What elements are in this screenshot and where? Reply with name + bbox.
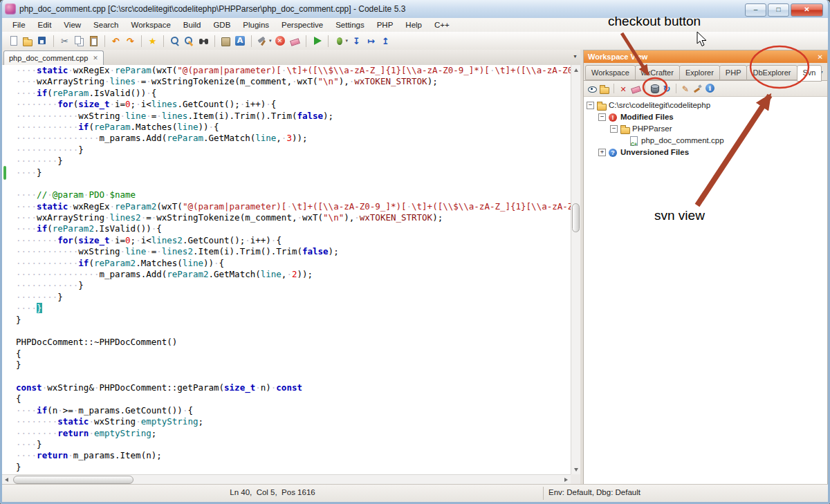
menu-file[interactable]: File	[6, 19, 32, 30]
refresh-button[interactable]	[661, 83, 673, 94]
vertical-scroll-thumb[interactable]	[572, 203, 580, 232]
collapse-icon[interactable]: −	[598, 113, 606, 121]
collapse-icon[interactable]: −	[610, 125, 618, 133]
tree-item[interactable]: +Unversioned Files	[584, 147, 827, 158]
tree-item[interactable]: php_doc_comment.cpp	[584, 135, 827, 147]
step-into-button[interactable]	[349, 33, 364, 48]
code-line: ····return·m_params.Item(n);	[2, 450, 571, 461]
checkout-button[interactable]	[648, 83, 661, 94]
menu-gdb[interactable]: GDB	[207, 19, 237, 30]
horizontal-scrollbar[interactable]	[2, 474, 571, 485]
scroll-right-button[interactable]	[561, 475, 571, 485]
menu-help[interactable]: Help	[399, 19, 428, 30]
bookmark-button[interactable]	[145, 33, 160, 48]
copy-button[interactable]	[72, 33, 86, 48]
code-line	[2, 178, 571, 189]
tab-php[interactable]: PHP	[719, 65, 748, 80]
code-line: ····static·wxRegEx·reParam2(wxT("@(param…	[2, 201, 571, 212]
cut-icon	[59, 35, 71, 47]
debug-button[interactable]: ▾	[332, 33, 350, 48]
tab-workspace[interactable]: Workspace	[585, 65, 636, 80]
paste-button[interactable]	[86, 33, 101, 48]
close-button[interactable]: ✕	[791, 3, 823, 17]
scroll-left-button[interactable]	[2, 475, 12, 485]
run-button[interactable]	[310, 33, 324, 48]
find-in-files-button[interactable]	[196, 33, 211, 48]
menu-php[interactable]: PHP	[371, 19, 400, 30]
tree-item[interactable]: −Modified Files	[584, 111, 827, 123]
scroll-up-button[interactable]	[571, 65, 581, 75]
clean-button[interactable]	[288, 33, 302, 48]
side-tab-bar: WorkspacewxCrafterExplorerPHPDbExplorerS…	[584, 63, 827, 81]
code-area[interactable]: ····static·wxRegEx·reParam(wxT("@(param|…	[2, 65, 571, 474]
tab-wxcrafter[interactable]: wxCrafter	[635, 65, 680, 80]
highlight-word-button[interactable]	[233, 33, 248, 48]
vertical-scrollbar[interactable]	[571, 65, 580, 474]
toolbar-separator	[328, 35, 329, 47]
title-bar[interactable]: php_doc_comment.cpp [C:\src\codelitegit\…	[0, 0, 830, 19]
code-line: }	[2, 360, 571, 371]
menu-workspace[interactable]: Workspace	[125, 19, 177, 30]
workspace-view-header[interactable]: Workspace View ✕	[584, 50, 827, 63]
find-replace-button[interactable]	[182, 33, 196, 48]
select-root-folder-button[interactable]	[598, 83, 611, 94]
code-line: ········}	[2, 292, 571, 303]
code-line	[2, 326, 571, 337]
commit-button[interactable]	[679, 83, 692, 94]
save-file-button[interactable]	[35, 33, 50, 48]
stop-build-button[interactable]	[273, 33, 288, 48]
tab-list-dropdown-icon[interactable]: ▼	[573, 54, 578, 59]
horizontal-scroll-thumb[interactable]	[13, 476, 133, 484]
open-file-button[interactable]	[21, 33, 35, 48]
tree-item[interactable]: −C:\src\codelitegit\codelitephp	[584, 100, 827, 111]
scrollbar-corner	[571, 474, 580, 485]
menu-settings[interactable]: Settings	[329, 19, 371, 30]
cut-button[interactable]	[57, 33, 72, 48]
redo-icon	[124, 35, 136, 47]
svn-info-button[interactable]	[704, 83, 717, 94]
collapse-icon[interactable]: −	[587, 102, 594, 109]
build-button[interactable]: ▾	[255, 33, 273, 48]
menu-search[interactable]: Search	[87, 19, 124, 30]
code-line: ········for(size_t·i=0;·i<lines.GetCount…	[2, 99, 571, 110]
revert-button[interactable]	[629, 83, 642, 94]
menu-view[interactable]: View	[57, 19, 87, 30]
save-file-icon	[37, 35, 48, 47]
tree-item[interactable]: −PHPParser	[584, 123, 827, 135]
step-out-button[interactable]	[378, 33, 393, 48]
menu-edit[interactable]: Edit	[32, 19, 58, 30]
code-line: {	[2, 393, 571, 404]
code-line: ····//·@param·PDO·$name	[2, 189, 571, 200]
dropdown-caret-icon: ▾	[269, 38, 272, 44]
tab-dbexplorer[interactable]: DbExplorer	[746, 65, 797, 80]
open-resource-button[interactable]	[219, 33, 233, 48]
next-step-button[interactable]	[364, 33, 378, 48]
menu-plugins[interactable]: Plugins	[237, 19, 275, 30]
code-line: ················m_params.Add(reParam2.Ge…	[2, 269, 571, 280]
find-button[interactable]	[167, 33, 182, 48]
minimize-button[interactable]: –	[745, 3, 766, 17]
tab-close-icon[interactable]: ✕	[93, 55, 98, 62]
scroll-down-button[interactable]	[571, 465, 581, 474]
maximize-button[interactable]: □	[768, 3, 789, 17]
tab-explorer[interactable]: Explorer	[679, 65, 720, 80]
menu-c[interactable]: C++	[428, 19, 456, 30]
menu-perspective[interactable]: Perspective	[275, 19, 329, 30]
editor-tab[interactable]: php_doc_comment.cpp ✕	[3, 50, 104, 65]
undo-button[interactable]	[109, 33, 123, 48]
code-line: ············}	[2, 280, 571, 291]
folder-icon	[620, 124, 631, 134]
link-editor-button[interactable]	[586, 83, 598, 94]
tab-svn[interactable]: Svn	[797, 65, 822, 82]
app-icon[interactable]	[5, 3, 16, 15]
tree-label: C:\src\codelitegit\codelitephp	[609, 100, 710, 111]
stop-build-icon	[275, 35, 286, 47]
menu-build[interactable]: Build	[177, 19, 208, 30]
redo-button[interactable]	[123, 33, 138, 48]
expand-icon[interactable]: +	[598, 149, 606, 156]
svn-settings-button[interactable]	[692, 83, 704, 94]
new-file-button[interactable]	[6, 33, 21, 48]
dropdown-caret-icon: ▾	[346, 38, 349, 44]
delete-button[interactable]	[617, 83, 629, 94]
pane-close-icon[interactable]: ✕	[818, 53, 823, 61]
